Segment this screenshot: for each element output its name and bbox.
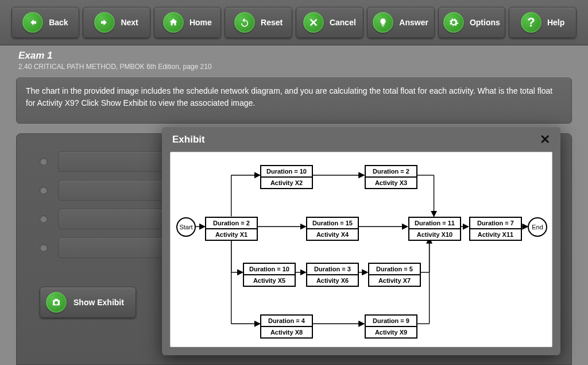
show-exhibit-button[interactable]: Show Exhibit bbox=[40, 287, 136, 318]
reset-button[interactable]: Reset bbox=[225, 7, 292, 38]
options-button[interactable]: Options bbox=[438, 7, 506, 38]
activity-x1: Duration = 2 Activity X1 bbox=[205, 217, 258, 241]
lightbulb-icon bbox=[373, 12, 393, 33]
exam-title: Exam 1 bbox=[18, 50, 570, 62]
back-label: Back bbox=[49, 18, 68, 27]
exhibit-modal: Exhibit ✕ bbox=[162, 126, 560, 355]
modal-close-button[interactable]: ✕ bbox=[540, 132, 550, 147]
activity-x8: Duration = 4 Activity X8 bbox=[260, 314, 313, 339]
radio-option-1[interactable] bbox=[40, 157, 48, 166]
question-text: The chart in the provided image includes… bbox=[16, 78, 572, 124]
camera-icon bbox=[46, 292, 67, 313]
exhibit-diagram: Start Duration = 2 Activity X1 Duration … bbox=[170, 152, 552, 347]
activity-x5: Duration = 10 Activity X5 bbox=[243, 263, 296, 287]
home-label: Home bbox=[189, 18, 212, 27]
start-node: Start bbox=[176, 217, 196, 237]
activity-x10: Duration = 11 Activity X10 bbox=[408, 217, 461, 241]
modal-header: Exhibit ✕ bbox=[162, 126, 560, 152]
cancel-label: Cancel bbox=[330, 18, 356, 27]
modal-title: Exhibit bbox=[172, 134, 205, 145]
reset-label: Reset bbox=[261, 18, 283, 27]
help-button[interactable]: ? Help bbox=[509, 7, 577, 38]
home-button[interactable]: Home bbox=[154, 7, 222, 38]
back-button[interactable]: Back bbox=[11, 7, 79, 38]
show-exhibit-label: Show Exhibit bbox=[74, 298, 124, 307]
diagram-edges bbox=[171, 152, 552, 347]
activity-x2: Duration = 10 Activity X2 bbox=[260, 165, 313, 189]
gear-icon bbox=[443, 12, 464, 33]
activity-x7: Duration = 5 Activity X7 bbox=[368, 263, 421, 287]
arrow-left-icon bbox=[22, 12, 43, 33]
refresh-icon bbox=[234, 12, 255, 33]
next-button[interactable]: Next bbox=[83, 7, 150, 38]
activity-x9: Duration = 9 Activity X9 bbox=[365, 314, 417, 339]
options-label: Options bbox=[470, 18, 500, 27]
exam-header: Exam 1 2.40 CRITICAL PATH METHOD, PMBOK … bbox=[0, 45, 588, 73]
activity-x6: Duration = 3 Activity X6 bbox=[306, 263, 359, 287]
help-label: Help bbox=[547, 18, 564, 27]
activity-x11: Duration = 7 Activity X11 bbox=[469, 217, 522, 241]
close-icon bbox=[303, 12, 324, 33]
activity-x3: Duration = 2 Activity X3 bbox=[365, 165, 417, 189]
radio-option-4[interactable] bbox=[40, 244, 48, 252]
answer-button[interactable]: Answer bbox=[367, 7, 435, 38]
radio-option-3[interactable] bbox=[40, 215, 48, 223]
home-icon bbox=[163, 12, 184, 33]
next-label: Next bbox=[121, 18, 138, 27]
exam-subtitle: 2.40 CRITICAL PATH METHOD, PMBOK 6th Edi… bbox=[18, 63, 570, 71]
answer-label: Answer bbox=[399, 18, 428, 27]
end-node: End bbox=[528, 217, 547, 237]
cancel-button[interactable]: Cancel bbox=[296, 7, 363, 38]
activity-x4: Duration = 15 Activity X4 bbox=[306, 217, 359, 241]
question-icon: ? bbox=[521, 12, 541, 33]
radio-option-2[interactable] bbox=[40, 186, 48, 194]
arrow-right-icon bbox=[94, 12, 115, 33]
toolbar: Back Next Home Reset Cancel Answer Opt bbox=[0, 0, 588, 45]
